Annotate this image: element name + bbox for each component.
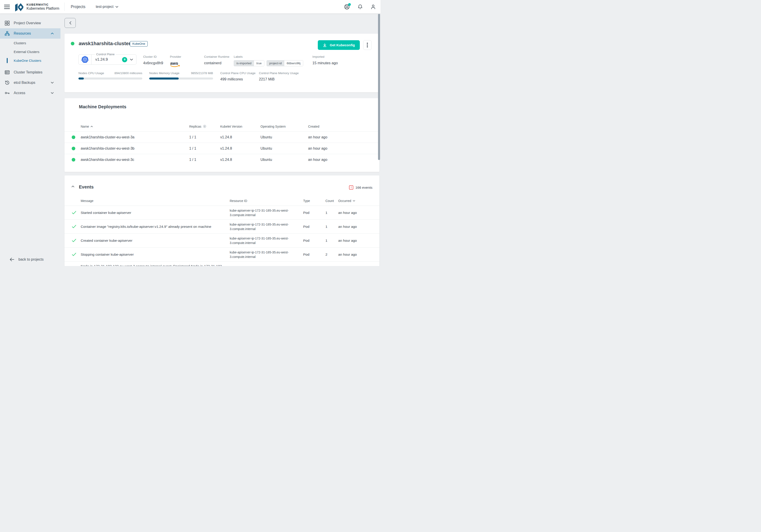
info-icon[interactable]: i: [203, 125, 206, 128]
event-type: Pod: [303, 211, 325, 215]
table-header-row: Message Resource ID Type Count Occurred: [65, 196, 380, 206]
sidebar-item-resources[interactable]: Resources: [0, 28, 60, 39]
control-plane-version-picker[interactable]: Control Plane v1.24.9: [79, 54, 137, 65]
account-button[interactable]: [370, 4, 376, 10]
brand-title: KUBERMATIC: [27, 3, 59, 6]
cluster-more-menu-button[interactable]: [363, 40, 372, 50]
container-runtime-label: Container Runtime: [204, 55, 229, 58]
sidebar-item-project-overview[interactable]: Project Overview: [0, 18, 60, 28]
event-type: Pod: [303, 239, 325, 242]
nodes-cpu-usage-label: Nodes CPU Usage: [79, 72, 104, 75]
column-header-created: Created: [308, 125, 380, 128]
cluster-status-dot: [71, 42, 74, 45]
event-message: Container image "registry.k8s.io/kube-ap…: [81, 225, 230, 229]
md-replicas: 1 / 1: [189, 158, 220, 162]
collapse-events-icon[interactable]: [72, 186, 74, 187]
column-header-count: Count: [325, 199, 338, 203]
column-header-name[interactable]: Name: [81, 125, 189, 128]
aws-logo-icon: aws: [170, 61, 181, 67]
hamburger-menu-icon[interactable]: [4, 5, 10, 9]
event-row[interactable]: Container image "registry.k8s.io/kube-ap…: [65, 220, 380, 234]
md-kubelet: v1.24.8: [220, 146, 261, 150]
column-header-message: Message: [81, 199, 230, 203]
cluster-id-label: Cluster ID: [143, 55, 163, 58]
control-plane-cpu-usage: Control Plane CPU Usage 499 millicores: [220, 72, 256, 81]
event-message: Node ip-172-31-183-132.eu-west-3.compute…: [81, 264, 230, 266]
machine-deployments-card: Machine Deployments Name Replicas i Kube…: [65, 98, 380, 172]
events-table: Message Resource ID Type Count Occurred …: [65, 196, 380, 266]
bell-icon: [357, 4, 363, 10]
cp-cpu-usage-label: Control Plane CPU Usage: [220, 72, 256, 75]
status-ok-dot: [72, 135, 75, 139]
nodes-memory-usage-bar: [149, 78, 213, 80]
chevron-left-icon: [69, 21, 72, 25]
event-row[interactable]: Node ip-172-31-183-132.eu-west-3.compute…: [65, 261, 380, 266]
cp-cpu-usage-value: 499 millicores: [220, 77, 256, 81]
md-replicas: 1 / 1: [189, 146, 220, 150]
sidebar-item-label: Cluster Templates: [14, 70, 42, 74]
sidebar-item-etcd-backups[interactable]: etcd Backups: [0, 78, 60, 88]
events-title: Events: [79, 185, 94, 189]
sidebar-item-label: External Clusters: [14, 50, 39, 54]
upgrade-available-icon[interactable]: [122, 57, 127, 62]
sidebar-item-external-clusters[interactable]: External Clusters: [0, 47, 60, 56]
kubernetes-icon: [79, 55, 91, 65]
container-runtime-field: Container Runtime containerd: [204, 55, 229, 65]
check-icon: [72, 211, 81, 214]
status-ok-dot: [72, 158, 75, 162]
key-icon: [5, 90, 10, 95]
nodes-cpu-usage-bar: [79, 78, 142, 80]
event-occurred: an hour ago: [338, 225, 380, 229]
sidebar-item-cluster-templates[interactable]: Cluster Templates: [0, 67, 60, 78]
notifications-button[interactable]: [357, 4, 363, 10]
md-kubelet: v1.24.8: [220, 135, 261, 139]
notification-dot: [348, 3, 351, 6]
kubermatic-logo-icon: [15, 2, 24, 12]
event-row[interactable]: Stopping container kube-apiserver kube-a…: [65, 247, 380, 261]
project-selector[interactable]: test-project: [96, 5, 118, 9]
cluster-header-card: awsk1harshita-cluster KubeOne Get Kubeco…: [65, 34, 380, 92]
event-resource-id: kube-apiserver-ip-172-31-185-35.eu-west-…: [230, 236, 303, 245]
help-button[interactable]: [344, 4, 350, 10]
control-plane-label: Control Plane: [95, 53, 116, 56]
cp-memory-usage-value: 2217 MiB: [259, 77, 299, 81]
vertical-scrollbar[interactable]: [378, 14, 380, 160]
column-header-occurred[interactable]: Occurred: [338, 199, 380, 203]
get-kubeconfig-button[interactable]: Get Kubeconfig: [318, 40, 360, 50]
nav-projects[interactable]: Projects: [71, 5, 86, 9]
sidebar-item-access[interactable]: Access: [0, 88, 60, 98]
column-header-kubelet: Kubelet Version: [220, 125, 261, 128]
machine-deployment-row[interactable]: awsk1harshita-cluster-eu-west-3c 1 / 1 v…: [65, 154, 380, 165]
back-to-projects-label: back to projects: [19, 257, 44, 261]
status-ok-dot: [72, 147, 75, 150]
user-icon: [370, 4, 376, 10]
nodes-memory-usage-value: 9855/21378 MiB: [191, 72, 213, 75]
back-button[interactable]: [65, 18, 76, 28]
column-header-os: Operating System: [261, 125, 308, 128]
check-icon: [72, 225, 81, 228]
event-row[interactable]: Created container kube-apiserver kube-ap…: [65, 234, 380, 247]
labels-field: Labels is-imported true project-id 6ttbw…: [234, 55, 303, 66]
sidebar-item-kubeone-clusters[interactable]: KubeOne Clusters: [0, 56, 60, 65]
get-kubeconfig-label: Get Kubeconfig: [330, 43, 355, 47]
brand-subtitle: Kubernetes Platform: [27, 7, 59, 11]
sitemap-icon: [5, 31, 10, 36]
imported-field: Imported 15 minutes ago: [313, 55, 338, 65]
event-message: Started container kube-apiserver: [81, 210, 230, 215]
md-kubelet: v1.24.8: [220, 158, 261, 162]
back-to-projects-link[interactable]: back to projects: [9, 257, 44, 262]
chevron-up-icon: [51, 32, 54, 34]
md-name: awsk1harshita-cluster-eu-west-3a: [81, 135, 189, 139]
events-count-label: 166 events: [355, 186, 373, 189]
machine-deployment-row[interactable]: awsk1harshita-cluster-eu-west-3b 1 / 1 v…: [65, 143, 380, 154]
sidebar-item-clusters[interactable]: Clusters: [0, 39, 60, 47]
nodes-cpu-usage: Nodes CPU Usage 894/10800 millicores: [79, 72, 142, 80]
project-selector-value: test-project: [96, 5, 113, 9]
column-header-type: Type: [303, 199, 325, 203]
machine-deployments-table: Name Replicas i Kubelet Version Operatin…: [65, 121, 380, 165]
machine-deployment-row[interactable]: awsk1harshita-cluster-eu-west-3a 1 / 1 v…: [65, 132, 380, 143]
kubermatic-logo[interactable]: KUBERMATIC Kubernetes Platform: [15, 2, 59, 12]
sort-asc-icon: [90, 126, 93, 127]
event-row[interactable]: Started container kube-apiserver kube-ap…: [65, 206, 380, 220]
md-replicas: 1 / 1: [189, 135, 220, 139]
